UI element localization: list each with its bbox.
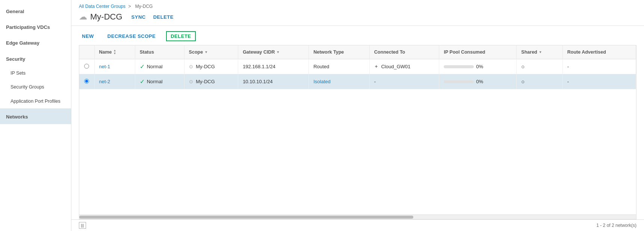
- name-sort-icons[interactable]: ▲ ▼: [113, 49, 116, 55]
- cell-connected-net1: ✦ Cloud_GW01: [369, 59, 439, 74]
- delete-header-button[interactable]: DELETE: [153, 14, 174, 21]
- scope-icon-net1: ⊙: [189, 64, 193, 69]
- status-ok-icon-net1: ✓: [140, 63, 145, 70]
- scope-icon-net2: ⊙: [189, 79, 193, 84]
- sidebar-item-general[interactable]: General: [0, 3, 71, 19]
- cell-ip-pool-net1: 0%: [439, 59, 517, 74]
- sidebar: General Participating VDCs Edge Gateway …: [0, 0, 71, 231]
- delete-toolbar-button[interactable]: DELETE: [166, 31, 195, 41]
- record-count: 1 - 2 of 2 network(s): [596, 223, 636, 228]
- sidebar-item-security[interactable]: Security: [0, 51, 71, 66]
- page-title-group: ☁ My-DCG: [79, 12, 122, 22]
- sync-button[interactable]: SYNC: [132, 14, 146, 21]
- toolbar: NEW DECREASE SCOPE DELETE: [71, 26, 644, 45]
- cell-connected-net2: -: [369, 74, 439, 89]
- col-status: Status: [135, 45, 184, 59]
- cell-network-type-net1: Routed: [309, 59, 370, 74]
- networks-table: Name ▲ ▼ Status: [79, 45, 636, 89]
- table-footer: ||| 1 - 2 of 2 network(s): [71, 219, 644, 231]
- breadcrumb-separator: >: [128, 4, 131, 9]
- cell-network-type-net2: Isolated: [309, 74, 370, 89]
- col-network-type: Network Type: [309, 45, 370, 59]
- progress-bar-net1: [444, 65, 474, 68]
- cell-route-net1: -: [562, 59, 636, 74]
- row-select-net1[interactable]: [79, 59, 94, 74]
- shared-check-net1: ○: [521, 63, 525, 70]
- cell-status-net1: ✓ Normal: [135, 59, 184, 74]
- cell-name-net2[interactable]: net-2: [94, 74, 135, 89]
- column-toggle-icon[interactable]: |||: [79, 222, 86, 229]
- page-title: My-DCG: [90, 12, 122, 22]
- shared-check-net2: ○: [521, 78, 525, 85]
- scope-filter-icon[interactable]: ▼: [204, 50, 208, 54]
- scrollbar-track: [79, 216, 413, 219]
- breadcrumb-current: My-DCG: [135, 4, 153, 9]
- cell-name-net1[interactable]: net-1: [94, 59, 135, 74]
- breadcrumb-all-link[interactable]: All Data Center Groups: [79, 4, 125, 9]
- cell-scope-net2: ⊙ My-DCG: [184, 74, 238, 89]
- gateway-icon-net1: ✦: [374, 64, 378, 69]
- radio-net2[interactable]: [84, 79, 89, 84]
- row-select-net2[interactable]: [79, 74, 94, 89]
- decrease-scope-button[interactable]: DECREASE SCOPE: [104, 32, 159, 40]
- cell-route-net2: -: [562, 74, 636, 89]
- progress-bar-net2: [444, 80, 474, 83]
- breadcrumb: All Data Center Groups > My-DCG: [79, 4, 636, 9]
- col-name: Name ▲ ▼: [94, 45, 135, 59]
- main-content: All Data Center Groups > My-DCG ☁ My-DCG…: [71, 0, 644, 231]
- table-row: net-2 ✓ Normal ⊙ My-DCG: [79, 74, 636, 89]
- sidebar-item-security-groups[interactable]: Security Groups: [0, 80, 71, 94]
- sidebar-item-networks[interactable]: Networks: [0, 108, 71, 124]
- sort-desc-icon: ▼: [113, 52, 116, 55]
- col-gateway-cidr: Gateway CIDR ▼: [238, 45, 309, 59]
- table-header-row: Name ▲ ▼ Status: [79, 45, 636, 59]
- table-row: net-1 ✓ Normal ⊙ My-DCG: [79, 59, 636, 74]
- cell-gateway-net2: 10.10.10.1/24: [238, 74, 309, 89]
- sidebar-item-ip-sets[interactable]: IP Sets: [0, 66, 71, 81]
- col-connected-to: Connected To: [369, 45, 439, 59]
- header-actions: SYNC DELETE: [132, 14, 174, 21]
- networks-table-container: Name ▲ ▼ Status: [79, 45, 636, 215]
- shared-filter-icon[interactable]: ▼: [539, 50, 542, 54]
- col-ip-pool: IP Pool Consumed: [439, 45, 517, 59]
- cell-status-net2: ✓ Normal: [135, 74, 184, 89]
- col-shared: Shared ▼: [517, 45, 562, 59]
- sidebar-item-app-port-profiles[interactable]: Application Port Profiles: [0, 94, 71, 109]
- new-button[interactable]: NEW: [79, 32, 97, 40]
- cell-shared-net1: ○: [517, 59, 562, 74]
- radio-net1[interactable]: [84, 64, 89, 69]
- col-route-advertised: Route Advertised: [562, 45, 636, 59]
- cloud-icon: ☁: [79, 12, 87, 22]
- cell-gateway-net1: 192.168.1.1/24: [238, 59, 309, 74]
- status-ok-icon-net2: ✓: [140, 78, 145, 85]
- col-select: [79, 45, 94, 59]
- sidebar-item-edge-gateway[interactable]: Edge Gateway: [0, 34, 71, 50]
- cell-scope-net1: ⊙ My-DCG: [184, 59, 238, 74]
- page-header: All Data Center Groups > My-DCG ☁ My-DCG…: [71, 0, 644, 26]
- cell-ip-pool-net2: 0%: [439, 74, 517, 89]
- sidebar-item-participating-vdcs[interactable]: Participating VDCs: [0, 19, 71, 34]
- horizontal-scrollbar[interactable]: [79, 215, 636, 219]
- col-scope: Scope ▼: [184, 45, 238, 59]
- cell-shared-net2: ○: [517, 74, 562, 89]
- gateway-filter-icon[interactable]: ▼: [277, 50, 280, 54]
